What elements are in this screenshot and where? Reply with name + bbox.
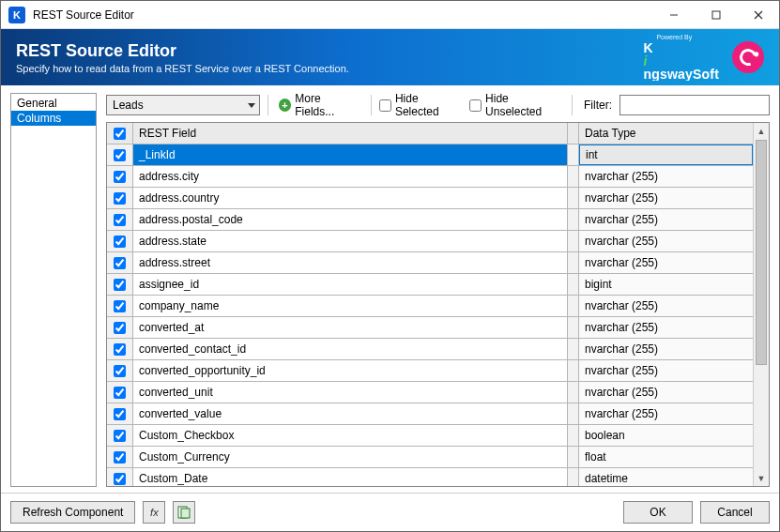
row-field[interactable]: company_name — [133, 296, 568, 316]
row-checkbox[interactable] — [114, 365, 126, 377]
table-row[interactable]: assignee_idbigint — [107, 274, 753, 296]
filter-input[interactable] — [619, 95, 770, 115]
scroll-thumb[interactable] — [756, 140, 767, 365]
row-field[interactable]: address.street — [133, 252, 568, 273]
row-checkbox-cell[interactable] — [107, 360, 133, 381]
row-checkbox-cell[interactable] — [107, 403, 133, 424]
row-checkbox[interactable] — [114, 387, 126, 399]
hide-unselected-input[interactable] — [469, 99, 482, 112]
row-field[interactable]: converted_opportunity_id — [133, 360, 568, 381]
header-checkbox-cell[interactable] — [107, 123, 133, 144]
row-checkbox-cell[interactable] — [107, 339, 133, 359]
row-field[interactable]: converted_value — [133, 403, 568, 424]
row-type[interactable]: nvarchar (255) — [579, 403, 753, 424]
row-field[interactable]: converted_at — [133, 317, 568, 338]
row-checkbox[interactable] — [114, 149, 126, 161]
cancel-button[interactable]: Cancel — [700, 501, 770, 524]
row-type[interactable]: int — [579, 144, 753, 165]
row-checkbox-cell[interactable] — [107, 188, 133, 208]
table-row[interactable]: address.streetnvarchar (255) — [107, 252, 753, 274]
scroll-down-button[interactable]: ▼ — [754, 470, 769, 486]
table-row[interactable]: converted_valuenvarchar (255) — [107, 403, 753, 425]
row-type[interactable]: nvarchar (255) — [579, 209, 753, 230]
row-field[interactable]: address.country — [133, 188, 568, 208]
table-row[interactable]: Custom_Checkboxboolean — [107, 425, 753, 447]
select-all-checkbox[interactable] — [114, 128, 126, 140]
row-checkbox-cell[interactable] — [107, 425, 133, 446]
row-field[interactable]: Custom_Checkbox — [133, 425, 568, 446]
row-field[interactable]: address.postal_code — [133, 209, 568, 230]
row-checkbox-cell[interactable] — [107, 144, 133, 165]
table-row[interactable]: converted_opportunity_idnvarchar (255) — [107, 360, 753, 382]
row-checkbox[interactable] — [114, 257, 126, 269]
row-checkbox-cell[interactable] — [107, 166, 133, 187]
row-checkbox[interactable] — [114, 322, 126, 334]
row-checkbox[interactable] — [114, 451, 126, 464]
hide-selected-checkbox[interactable]: Hide Selected — [379, 93, 462, 118]
mapping-button[interactable] — [173, 501, 195, 524]
row-checkbox[interactable] — [114, 171, 126, 183]
table-row[interactable]: _LinkIdint — [107, 144, 753, 166]
row-checkbox-cell[interactable] — [107, 274, 133, 295]
hide-selected-input[interactable] — [379, 99, 391, 112]
row-checkbox[interactable] — [114, 343, 126, 356]
header-type[interactable]: Data Type — [579, 123, 753, 144]
ok-button[interactable]: OK — [623, 501, 693, 524]
row-type[interactable]: nvarchar (255) — [579, 382, 753, 403]
row-checkbox[interactable] — [114, 279, 126, 291]
table-row[interactable]: company_namenvarchar (255) — [107, 296, 753, 317]
row-field[interactable]: address.city — [133, 166, 568, 187]
vertical-scrollbar[interactable]: ▲ ▼ — [753, 123, 769, 486]
row-checkbox[interactable] — [114, 192, 126, 205]
table-row[interactable]: converted_contact_idnvarchar (255) — [107, 339, 753, 360]
row-type[interactable]: nvarchar (255) — [579, 317, 753, 338]
row-type[interactable]: nvarchar (255) — [579, 360, 753, 381]
row-type[interactable]: nvarchar (255) — [579, 188, 753, 208]
row-type[interactable]: float — [579, 447, 753, 467]
row-checkbox-cell[interactable] — [107, 317, 133, 338]
table-row[interactable]: address.citynvarchar (255) — [107, 166, 753, 188]
table-row[interactable]: address.postal_codenvarchar (255) — [107, 209, 753, 231]
table-row[interactable]: address.statenvarchar (255) — [107, 231, 753, 252]
row-field[interactable]: _LinkId — [133, 144, 568, 165]
row-checkbox-cell[interactable] — [107, 447, 133, 467]
row-checkbox[interactable] — [114, 214, 126, 226]
row-field[interactable]: converted_unit — [133, 382, 568, 403]
row-checkbox[interactable] — [114, 236, 126, 248]
refresh-component-button[interactable]: Refresh Component — [10, 501, 135, 524]
row-field[interactable]: assignee_id — [133, 274, 568, 295]
row-checkbox[interactable] — [114, 300, 126, 312]
table-row[interactable]: Custom_Currencyfloat — [107, 447, 753, 468]
minimize-button[interactable] — [652, 1, 695, 29]
row-type[interactable]: nvarchar (255) — [579, 166, 753, 187]
row-checkbox-cell[interactable] — [107, 296, 133, 316]
sidebar-item-general[interactable]: General — [11, 96, 96, 111]
sidebar-item-columns[interactable]: Columns — [11, 111, 96, 126]
hide-unselected-checkbox[interactable]: Hide Unselected — [469, 93, 564, 118]
more-fields-button[interactable]: + More Fields... — [276, 93, 363, 118]
row-checkbox-cell[interactable] — [107, 382, 133, 403]
row-checkbox[interactable] — [114, 473, 126, 485]
row-field[interactable]: Custom_Currency — [133, 447, 568, 467]
table-row[interactable]: address.countrynvarchar (255) — [107, 188, 753, 209]
row-type[interactable]: bigint — [579, 274, 753, 295]
maximize-button[interactable] — [695, 1, 737, 29]
row-checkbox-cell[interactable] — [107, 209, 133, 230]
row-type[interactable]: nvarchar (255) — [579, 296, 753, 316]
row-type[interactable]: nvarchar (255) — [579, 252, 753, 273]
row-checkbox-cell[interactable] — [107, 252, 133, 273]
row-type[interactable]: datetime — [579, 468, 753, 486]
table-row[interactable]: converted_unitnvarchar (255) — [107, 382, 753, 403]
row-checkbox-cell[interactable] — [107, 231, 133, 251]
table-row[interactable]: converted_atnvarchar (255) — [107, 317, 753, 339]
table-row[interactable]: Custom_Datedatetime — [107, 468, 753, 486]
row-type[interactable]: boolean — [579, 425, 753, 446]
expression-button[interactable]: fx — [143, 501, 165, 524]
row-type[interactable]: nvarchar (255) — [579, 339, 753, 359]
row-checkbox[interactable] — [114, 430, 126, 442]
scroll-up-button[interactable]: ▲ — [754, 123, 769, 139]
row-checkbox[interactable] — [114, 408, 126, 420]
row-checkbox-cell[interactable] — [107, 468, 133, 486]
row-field[interactable]: Custom_Date — [133, 468, 568, 486]
row-field[interactable]: converted_contact_id — [133, 339, 568, 359]
